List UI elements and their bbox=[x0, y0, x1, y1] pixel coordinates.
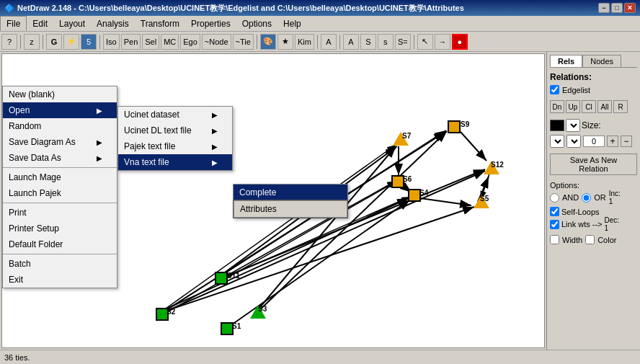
color-swatch[interactable] bbox=[550, 120, 564, 131]
label-S1: S1 bbox=[232, 322, 241, 330]
toolbar-seq[interactable]: S= bbox=[395, 34, 411, 50]
dec-label: Dec: bbox=[605, 216, 620, 224]
node-S9[interactable] bbox=[448, 120, 461, 133]
label-S6: S6 bbox=[403, 175, 412, 183]
inc-value: 1 bbox=[609, 197, 621, 205]
btn-all[interactable]: All bbox=[597, 100, 612, 113]
menu-launch-mage[interactable]: Launch Mage bbox=[3, 169, 117, 185]
toolbar-circle-red[interactable]: ● bbox=[452, 34, 468, 50]
link-wts-checkbox[interactable] bbox=[550, 220, 559, 229]
color-size-row: — Size: bbox=[550, 119, 637, 132]
menu-vna-text[interactable]: Vna text file ▶ bbox=[118, 154, 232, 170]
edgelist-checkbox[interactable] bbox=[550, 85, 559, 94]
menu-batch[interactable]: Batch bbox=[3, 256, 117, 272]
toolbar: ? z G ⚡ 5 Iso Pen Sel MC Ego ~Node ~Tie … bbox=[0, 32, 640, 52]
svg-line-14 bbox=[420, 198, 471, 205]
label-S9: S9 bbox=[461, 120, 469, 128]
toolbar-iso[interactable]: Iso bbox=[103, 34, 120, 50]
menu-attributes[interactable]: Attributes bbox=[234, 200, 347, 218]
toolbar-node[interactable]: ~Node bbox=[202, 34, 231, 50]
toolbar-ego[interactable]: Ego bbox=[180, 34, 200, 50]
and-radio[interactable] bbox=[550, 193, 559, 203]
toolbar-help[interactable]: ? bbox=[1, 34, 17, 50]
toolbar-pen[interactable]: Pen bbox=[121, 34, 141, 50]
self-loops-checkbox[interactable] bbox=[550, 207, 559, 216]
menu-properties[interactable]: Properties bbox=[185, 16, 236, 31]
menu-edit[interactable]: Edit bbox=[27, 16, 53, 31]
menu-complete[interactable]: Complete bbox=[234, 185, 347, 200]
title-bar-text: 🔷 NetDraw 2.148 - C:\Users\belleaya\Desk… bbox=[4, 3, 464, 14]
sep3 bbox=[3, 254, 117, 254]
toolbar-tie[interactable]: ~Tie bbox=[233, 34, 254, 50]
menu-transform[interactable]: Transform bbox=[135, 16, 185, 31]
menu-pajek-text[interactable]: Pajek text file ▶ bbox=[118, 138, 232, 154]
menu-options[interactable]: Options bbox=[236, 16, 277, 31]
minimize-button[interactable]: − bbox=[598, 3, 610, 13]
menu-default-folder[interactable]: Default Folder bbox=[3, 236, 117, 252]
toolbar-5[interactable]: 5 bbox=[81, 34, 97, 50]
size-dropdown[interactable]: › bbox=[550, 135, 564, 148]
file-menu-dropdown: New (blank) Open ▶ Random Save Diagram A… bbox=[2, 86, 117, 288]
toolbar-arrow-left[interactable]: ↖ bbox=[417, 34, 433, 50]
toolbar-kim[interactable]: Kim bbox=[295, 34, 314, 50]
toolbar-sep1 bbox=[20, 35, 21, 49]
menu-printer-setup[interactable]: Printer Setup bbox=[3, 221, 117, 236]
relations-label: Relations: bbox=[550, 72, 637, 82]
toolbar-mc[interactable]: MC bbox=[161, 34, 179, 50]
tab-rels[interactable]: Rels bbox=[550, 55, 582, 67]
size-minus[interactable]: − bbox=[621, 136, 632, 147]
app-icon: 🔷 bbox=[4, 4, 14, 13]
menu-open[interactable]: Open ▶ bbox=[3, 102, 117, 118]
toolbar-arrow-right[interactable]: → bbox=[435, 34, 450, 50]
toolbar-color1[interactable]: 🎨 bbox=[260, 34, 276, 50]
maximize-button[interactable]: □ bbox=[611, 3, 623, 13]
toolbar-lightning[interactable]: ⚡ bbox=[63, 34, 79, 50]
width-color-row: Width Color bbox=[550, 235, 637, 244]
toolbar-star[interactable]: ★ bbox=[277, 34, 293, 50]
menu-ucinet-dataset[interactable]: Ucinet dataset ▶ bbox=[118, 107, 232, 123]
or-radio[interactable] bbox=[582, 193, 591, 203]
menu-layout[interactable]: Layout bbox=[53, 16, 91, 31]
toolbar-s2[interactable]: s bbox=[378, 34, 394, 50]
network-canvas[interactable]: S9 S7 S12 S6 S4 S5 S11 bbox=[1, 53, 545, 348]
menu-save-data[interactable]: Save Data As ▶ bbox=[3, 150, 117, 166]
close-button[interactable]: ✕ bbox=[624, 3, 636, 13]
btn-r[interactable]: R bbox=[613, 100, 628, 113]
menu-save-diagram[interactable]: Save Diagram As ▶ bbox=[3, 134, 117, 150]
line-style-select[interactable]: — bbox=[566, 119, 580, 132]
btn-up[interactable]: Up bbox=[566, 100, 580, 113]
menu-new[interactable]: New (blank) bbox=[3, 86, 117, 102]
relation-buttons: Dn Up Cl All R bbox=[550, 100, 637, 113]
toolbar-z[interactable]: z bbox=[24, 34, 40, 50]
arrow-type-select[interactable]: ▼ bbox=[566, 135, 581, 148]
menu-exit[interactable]: Exit bbox=[3, 272, 117, 288]
toolbar-sel[interactable]: Sel bbox=[142, 34, 159, 50]
dec-value: 1 bbox=[605, 224, 620, 232]
and-or-row: AND OR Inc: 1 bbox=[550, 190, 637, 205]
menu-print[interactable]: Print bbox=[3, 205, 117, 221]
menu-file[interactable]: File bbox=[0, 16, 27, 31]
tab-nodes[interactable]: Nodes bbox=[582, 55, 621, 67]
label-S3: S3 bbox=[258, 305, 267, 313]
link-wts-label: Link wts --> bbox=[561, 220, 603, 228]
menu-random[interactable]: Random bbox=[3, 118, 117, 134]
menu-analysis[interactable]: Analysis bbox=[91, 16, 135, 31]
color-checkbox[interactable] bbox=[585, 235, 595, 244]
menu-launch-pajek[interactable]: Launch Pajek bbox=[3, 185, 117, 201]
toolbar-A2[interactable]: A bbox=[343, 34, 359, 50]
menu-ucinet-dl[interactable]: Ucinet DL text file ▶ bbox=[118, 123, 232, 138]
node-S11[interactable] bbox=[215, 272, 228, 285]
status-bar: 36 ties. bbox=[0, 350, 640, 364]
toolbar-g[interactable]: G bbox=[46, 34, 62, 50]
save-relation-button[interactable]: Save As New Relation bbox=[550, 154, 637, 175]
toolbar-A1[interactable]: A bbox=[321, 34, 337, 50]
main-area: S9 S7 S12 S6 S4 S5 S11 bbox=[0, 52, 640, 350]
size-plus[interactable]: + bbox=[607, 136, 618, 147]
menu-help[interactable]: Help bbox=[277, 16, 307, 31]
label-S7: S7 bbox=[402, 132, 411, 140]
btn-dn[interactable]: Dn bbox=[550, 100, 564, 113]
width-checkbox[interactable] bbox=[550, 235, 559, 244]
size-input[interactable] bbox=[583, 136, 605, 147]
toolbar-S1[interactable]: S bbox=[360, 34, 376, 50]
btn-cl[interactable]: Cl bbox=[582, 100, 596, 113]
